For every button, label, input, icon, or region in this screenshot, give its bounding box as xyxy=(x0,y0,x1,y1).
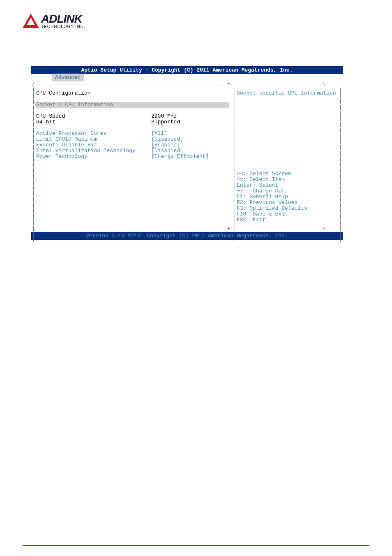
help-select-screen: ><: Select Screen xyxy=(237,171,339,177)
bios-footer: Version 2.13.1213. Copyright (C) 2011 Am… xyxy=(31,232,343,240)
config-execute-disable[interactable]: Execute Disable Bit [Enabled] xyxy=(36,142,229,148)
blank-row xyxy=(36,125,229,131)
info-row-cpu-speed: CPU Speed 2900 MHz xyxy=(36,114,229,119)
section-title: CPU Configuration xyxy=(36,90,229,96)
logo-sub-text: TECHNOLOGY INC. xyxy=(41,24,85,29)
side-separator: ------------------------------- xyxy=(237,165,339,171)
bios-screen: Aptio Setup Utility - Copyright (C) 2011… xyxy=(31,66,343,240)
help-optimized-defaults: F3: Optimized Defaults xyxy=(237,206,339,211)
logo-triangle-icon xyxy=(23,14,39,28)
bios-header: Aptio Setup Utility - Copyright (C) 2011… xyxy=(31,66,343,74)
blank-row xyxy=(36,108,229,114)
logo-main-text: ADLINK xyxy=(41,12,85,25)
help-save-exit: F10: Save & Exit xyxy=(237,211,339,217)
submenu-socket-info[interactable]: > Socket 0 CPU Information xyxy=(36,102,229,108)
help-change-opt: +/-: Change Opt. xyxy=(237,188,339,194)
logo: ADLINK TECHNOLOGY INC. xyxy=(23,12,85,29)
config-virtualization[interactable]: Intel Virtualization Technology [Disable… xyxy=(36,148,229,154)
info-row-64bit: 64-bit Supported xyxy=(36,119,229,125)
help-general-help: F1: General Help xyxy=(237,194,339,200)
config-limit-cpuid[interactable]: Limit CPUID Maximum [Disabled] xyxy=(36,137,229,142)
help-esc-exit: ESC: Exit xyxy=(237,217,339,223)
help-previous-values: F2: Previous Values xyxy=(237,200,339,206)
help-enter-select: Enter: Select xyxy=(237,183,339,188)
side-info-text: Socket specific CPU Information xyxy=(237,90,339,96)
submenu-indicator-icon: > xyxy=(33,102,36,108)
blank-row xyxy=(36,96,229,102)
config-power-tech[interactable]: Power Technology [Energy Efficient] xyxy=(36,154,229,160)
divider-bottom: \---------------------------------------… xyxy=(31,226,343,232)
tab-advanced[interactable]: Advanced xyxy=(52,74,84,81)
divider-top: /---------------------------------------… xyxy=(31,81,343,87)
page-footer-line xyxy=(23,545,369,546)
help-select-item: ^v: Select Item xyxy=(237,177,339,183)
config-active-cores[interactable]: Active Processor Cores [All] xyxy=(36,131,229,137)
